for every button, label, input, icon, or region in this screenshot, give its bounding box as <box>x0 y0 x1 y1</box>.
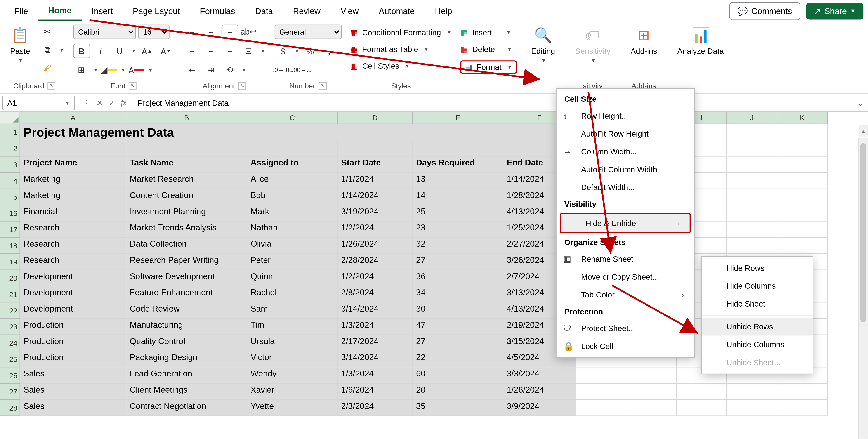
cell[interactable]: Alice <box>247 173 338 189</box>
menu-tab-color[interactable]: Tab Color› <box>557 286 694 304</box>
cell[interactable]: 1/1/2024 <box>338 173 413 189</box>
cell[interactable]: Sales <box>20 368 126 384</box>
cell[interactable]: 1/26/2024 <box>503 384 576 400</box>
cell[interactable]: 1/2/2024 <box>338 270 413 286</box>
cell[interactable]: Tim <box>247 319 338 335</box>
chevron-down-icon[interactable]: ▼ <box>131 48 136 54</box>
cell[interactable]: Financial <box>20 205 126 222</box>
cell[interactable] <box>727 173 777 189</box>
cell[interactable]: Lead Generation <box>126 368 247 384</box>
cell[interactable]: Sales <box>20 400 126 416</box>
cell[interactable]: 23 <box>413 222 503 238</box>
menu-hide-unhide[interactable]: Hide & Unhide› <box>560 213 691 233</box>
cell[interactable]: 3/14/2024 <box>338 303 413 319</box>
submenu-hide-columns[interactable]: Hide Columns <box>702 277 813 295</box>
cell[interactable]: 47 <box>413 319 503 335</box>
increase-font-button[interactable]: A▲ <box>138 43 155 58</box>
cell[interactable] <box>727 384 777 400</box>
cell[interactable] <box>626 368 677 384</box>
copy-button[interactable]: ⧉ <box>39 42 56 57</box>
menu-row-height[interactable]: ↕Row Height... <box>557 107 694 125</box>
cell[interactable]: 1/26/2024 <box>338 238 413 254</box>
menu-rename-sheet[interactable]: ▦Rename Sheet <box>557 250 694 268</box>
cell[interactable] <box>727 400 777 416</box>
cut-button[interactable]: ✂ <box>39 25 56 39</box>
row-header[interactable]: 28 <box>0 400 20 416</box>
cell[interactable] <box>677 384 727 400</box>
scroll-up-icon[interactable]: ▲ <box>859 125 868 136</box>
cell[interactable]: 32 <box>413 238 503 254</box>
cell[interactable]: Sam <box>247 303 338 319</box>
chevron-down-icon[interactable]: ▼ <box>148 67 153 73</box>
cell[interactable] <box>413 140 503 157</box>
cell[interactable]: 2/3/2024 <box>338 400 413 416</box>
cell[interactable]: Rachel <box>247 286 338 303</box>
align-left-button[interactable]: ≡ <box>183 43 200 58</box>
enter-icon[interactable]: ✓ <box>108 98 115 107</box>
submenu-unhide-rows[interactable]: Unhide Rows <box>702 318 813 336</box>
cell[interactable]: Software Development <box>126 270 247 286</box>
cell[interactable]: Start Date <box>338 157 413 173</box>
cell[interactable] <box>576 368 626 384</box>
tab-automate[interactable]: Automate <box>369 2 425 20</box>
cell[interactable]: Project Management Data <box>20 124 576 140</box>
chevron-down-icon[interactable]: ▼ <box>93 67 98 73</box>
font-name-select[interactable]: Calibri <box>73 25 135 39</box>
dialog-launcher-icon[interactable]: ⤡ <box>129 82 137 90</box>
bold-button[interactable]: B <box>73 43 90 58</box>
cell[interactable] <box>777 400 828 416</box>
dialog-launcher-icon[interactable]: ⤡ <box>48 82 56 90</box>
menu-autofit-row[interactable]: AutoFit Row Height <box>557 125 694 143</box>
cell[interactable]: 30 <box>413 303 503 319</box>
tab-review[interactable]: Review <box>283 2 331 20</box>
paste-button[interactable]: 📋 Paste ▼ <box>4 25 36 66</box>
cell[interactable]: 20 <box>413 384 503 400</box>
decrease-decimal-button[interactable]: .00→.0 <box>293 63 310 77</box>
cell[interactable]: Nathan <box>247 222 338 238</box>
decrease-font-button[interactable]: A▼ <box>158 43 174 58</box>
row-header[interactable]: 17 <box>0 222 20 238</box>
cell[interactable] <box>727 189 777 205</box>
font-color-button[interactable]: A <box>128 63 145 77</box>
cell[interactable]: Market Trends Analysis <box>126 222 247 238</box>
cell[interactable]: 25 <box>413 205 503 222</box>
cell[interactable]: Packaging Design <box>126 351 247 368</box>
cell[interactable]: 36 <box>413 270 503 286</box>
cell[interactable] <box>576 384 626 400</box>
cell[interactable]: Peter <box>247 254 338 270</box>
row-header[interactable]: 1 <box>0 124 20 140</box>
cell[interactable]: Marketing <box>20 189 126 205</box>
editing-button[interactable]: 🔍Editing▼ <box>526 25 561 66</box>
cell[interactable]: Code Review <box>126 303 247 319</box>
cell[interactable] <box>626 400 677 416</box>
tab-help[interactable]: Help <box>425 2 462 20</box>
cell[interactable]: Task Name <box>126 157 247 173</box>
align-center-button[interactable]: ≡ <box>202 43 219 58</box>
cell[interactable]: Client Meetings <box>126 384 247 400</box>
align-top-button[interactable]: ≡ <box>183 25 200 39</box>
cell[interactable]: 3/9/2024 <box>503 400 576 416</box>
tab-file[interactable]: File <box>4 2 38 20</box>
cell[interactable]: 1/2/2024 <box>338 222 413 238</box>
cell[interactable]: 60 <box>413 368 503 384</box>
submenu-unhide-columns[interactable]: Unhide Columns <box>702 336 813 353</box>
cell[interactable]: 22 <box>413 351 503 368</box>
scrollbar-thumb[interactable] <box>860 143 866 322</box>
cell[interactable]: Assigned to <box>247 157 338 173</box>
cell[interactable] <box>727 205 777 222</box>
tab-view[interactable]: View <box>331 2 369 20</box>
cell[interactable]: Mark <box>247 205 338 222</box>
format-as-table-button[interactable]: ▦Format as Table▼ <box>350 43 429 55</box>
chevron-down-icon[interactable]: ▼ <box>65 100 70 105</box>
cell[interactable]: Wendy <box>247 368 338 384</box>
menu-move-copy[interactable]: Move or Copy Sheet... <box>557 268 694 286</box>
number-format-select[interactable]: General <box>274 25 342 39</box>
orientation-button[interactable]: ⟲ <box>221 63 238 77</box>
row-header[interactable]: 18 <box>0 238 20 254</box>
align-middle-button[interactable]: ≡ <box>202 25 219 39</box>
column-header[interactable]: K <box>777 112 828 124</box>
cell[interactable]: Marketing <box>20 173 126 189</box>
row-header[interactable]: 2 <box>0 140 20 157</box>
insert-cells-button[interactable]: ▦Insert ▼ <box>460 27 511 38</box>
tab-insert[interactable]: Insert <box>82 2 123 20</box>
